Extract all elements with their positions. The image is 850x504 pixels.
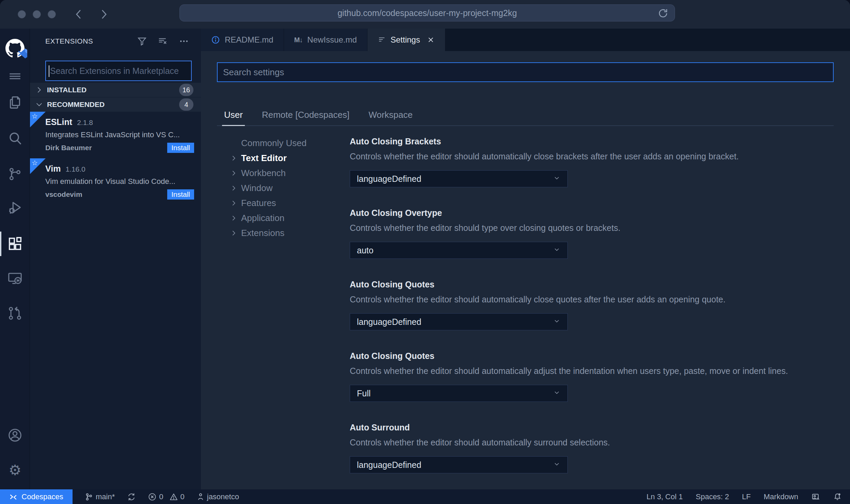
setting-description: Controls whether the editor should autom… <box>350 294 830 304</box>
text-cursor <box>49 65 49 77</box>
setting-dropdown[interactable]: languageDefined <box>350 313 568 330</box>
setting-auto-closing-overtype: Auto Closing Overtype Controls whether t… <box>350 208 830 259</box>
section-installed[interactable]: INSTALLED 16 <box>30 83 201 97</box>
setting-dropdown[interactable]: languageDefined <box>350 170 568 187</box>
search-icon[interactable] <box>0 123 30 153</box>
remote-icon <box>9 493 17 501</box>
language-mode[interactable]: Markdown <box>764 492 798 501</box>
settings-gear-icon[interactable]: ⚙ <box>0 455 30 485</box>
scope-tab-user[interactable]: User <box>222 110 245 126</box>
chevron-down-icon <box>553 389 561 398</box>
codespaces-remote-indicator[interactable]: Codespaces <box>0 489 73 504</box>
info-icon <box>211 35 220 44</box>
chevron-down-icon <box>553 174 561 183</box>
extensions-search-box <box>45 61 192 81</box>
install-button[interactable]: Install <box>167 143 194 153</box>
markdown-icon: M↓ <box>294 36 303 44</box>
setting-description: Controls whether the editor should autom… <box>350 437 830 447</box>
sync-icon <box>127 492 136 501</box>
extension-publisher: vscodevim <box>45 190 167 199</box>
extensions-search-input[interactable] <box>46 66 191 76</box>
toc-item-application[interactable]: Application <box>231 210 334 225</box>
chevron-right-icon <box>231 200 241 206</box>
github-pull-request-icon[interactable] <box>0 298 30 328</box>
notifications-bell-icon[interactable] <box>833 492 842 501</box>
feedback-icon[interactable] <box>811 492 820 501</box>
indentation[interactable]: Spaces: 2 <box>696 492 729 501</box>
extension-list-item-vim[interactable]: ☆ Vim 1.16.0 Vim emulation for Visual St… <box>30 158 201 205</box>
remote-explorer-icon[interactable] <box>0 264 30 294</box>
extension-list-item-eslint[interactable]: ☆ ESLint 2.1.8 Integrates ESLint JavaScr… <box>30 112 201 158</box>
extension-publisher: Dirk Baeumer <box>45 144 167 152</box>
address-bar[interactable]: github.com/codespaces/user-my-project-mg… <box>179 4 675 21</box>
extension-version: 2.1.8 <box>77 119 93 127</box>
toc-item-window[interactable]: Window <box>231 180 334 195</box>
tab-label: NewIssue.md <box>307 35 357 45</box>
more-actions-icon[interactable] <box>178 36 189 46</box>
user-status[interactable]: jasonetco <box>197 489 239 504</box>
install-button[interactable]: Install <box>167 189 194 200</box>
run-debug-icon[interactable] <box>0 193 30 223</box>
codespaces-label: Codespaces <box>21 492 63 501</box>
tab-newissue[interactable]: M↓ NewIssue.md <box>284 29 367 51</box>
tab-readme[interactable]: README.md <box>201 29 284 51</box>
scope-tab-remote[interactable]: Remote [Codespaces] <box>260 110 351 125</box>
chevron-right-icon <box>35 86 47 94</box>
toc-item-text-editor[interactable]: Text Editor <box>231 151 334 166</box>
status-bar: Codespaces main* 0 <box>0 489 850 504</box>
settings-search-input[interactable] <box>218 67 833 78</box>
setting-title: Auto Closing Brackets <box>350 136 830 146</box>
branch-status[interactable]: main* <box>85 489 115 504</box>
source-control-icon[interactable] <box>0 159 30 189</box>
setting-auto-closing-quotes: Auto Closing Quotes Controls whether the… <box>350 279 830 330</box>
window-minimize-button[interactable] <box>33 10 41 18</box>
clear-extensions-icon[interactable] <box>157 36 168 46</box>
toc-item-extensions[interactable]: Extensions <box>231 225 334 240</box>
dropdown-value: languageDefined <box>357 460 553 470</box>
setting-dropdown[interactable]: languageDefined <box>350 456 568 473</box>
toc-item-features[interactable]: Features <box>231 195 334 210</box>
chevron-right-icon <box>231 170 241 176</box>
github-codespaces-logo-icon <box>0 33 30 63</box>
sync-status[interactable] <box>127 489 136 504</box>
window-close-button[interactable] <box>18 10 26 18</box>
branch-name: main* <box>96 492 115 501</box>
sidebar-title: EXTENSIONS <box>45 37 137 45</box>
eol-indicator[interactable]: LF <box>742 492 751 501</box>
section-label: RECOMMENDED <box>47 100 179 109</box>
filter-icon[interactable] <box>137 36 147 46</box>
browser-back-icon[interactable] <box>74 9 84 20</box>
codespaces-browser-window: github.com/codespaces/user-my-project-mg… <box>0 0 850 504</box>
tab-label: Settings <box>391 35 420 45</box>
setting-description: Controls whether the editor should autom… <box>350 366 830 376</box>
setting-dropdown[interactable]: Full <box>350 385 568 402</box>
toc-item-commonly-used[interactable]: Commonly Used <box>231 136 334 151</box>
extension-name: ESLint <box>45 117 72 127</box>
settings-search-box <box>217 62 834 82</box>
setting-title: Auto Closing Quotes <box>350 279 830 289</box>
error-icon <box>148 493 156 501</box>
window-zoom-button[interactable] <box>48 10 56 18</box>
setting-dropdown[interactable]: auto <box>350 242 568 259</box>
window-controls <box>18 10 56 18</box>
cursor-position[interactable]: Ln 3, Col 1 <box>647 492 683 501</box>
settings-scope-tabs: User Remote [Codespaces] Workspace <box>217 110 834 126</box>
problems-status[interactable]: 0 0 <box>148 489 185 504</box>
explorer-icon[interactable] <box>0 87 30 117</box>
account-icon[interactable] <box>0 420 30 450</box>
chevron-down-icon <box>553 317 561 326</box>
close-icon[interactable] <box>427 36 435 44</box>
menu-icon[interactable] <box>0 61 30 91</box>
refresh-icon[interactable] <box>658 8 668 19</box>
scope-tab-workspace[interactable]: Workspace <box>366 110 415 125</box>
browser-chrome: github.com/codespaces/user-my-project-mg… <box>0 0 850 29</box>
extensions-icon[interactable] <box>0 229 30 259</box>
installed-count-badge: 16 <box>179 84 193 96</box>
tab-settings[interactable]: Settings <box>367 29 446 51</box>
setting-title: Auto Surround <box>350 422 830 432</box>
section-recommended[interactable]: RECOMMENDED 4 <box>30 97 201 112</box>
chevron-right-icon <box>231 230 241 236</box>
browser-forward-icon[interactable] <box>99 9 109 20</box>
toc-item-workbench[interactable]: Workbench <box>231 166 334 180</box>
activity-bar: ⚙ <box>0 29 30 489</box>
